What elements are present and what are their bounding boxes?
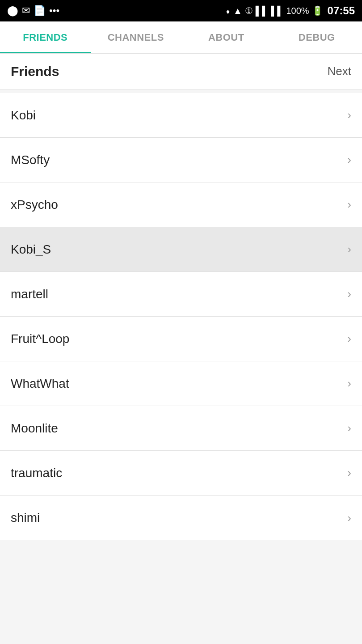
- status-time: 07:55: [328, 4, 355, 17]
- list-item[interactable]: xPsycho ›: [0, 182, 362, 227]
- friend-name: WhatWhat: [11, 377, 69, 391]
- whatsapp-icon: ⬤: [7, 5, 18, 17]
- more-icon: •••: [49, 5, 59, 17]
- chevron-right-icon: ›: [347, 332, 351, 346]
- friend-name: Kobi: [11, 108, 36, 123]
- tab-bar: FRIENDS CHANNELS ABOUT DEBUG: [0, 21, 362, 54]
- list-header: Friends Next: [0, 54, 362, 89]
- gmail-icon: ✉: [22, 5, 30, 17]
- list-item[interactable]: Fruit^Loop ›: [0, 317, 362, 361]
- chevron-right-icon: ›: [347, 108, 351, 122]
- friend-name: Moonlite: [11, 421, 58, 436]
- battery-icon: 🔋: [312, 5, 323, 16]
- list-item[interactable]: shimi ›: [0, 496, 362, 540]
- sim-icon: ①: [245, 5, 253, 16]
- friends-list: Kobi › MSofty › xPsycho › Kobi_S › marte…: [0, 93, 362, 540]
- list-item[interactable]: MSofty ›: [0, 138, 362, 182]
- friend-name: Kobi_S: [11, 242, 51, 257]
- doc-icon: 📄: [34, 5, 46, 17]
- list-item[interactable]: Kobi ›: [0, 93, 362, 138]
- location-icon: ⬧: [225, 6, 231, 16]
- friend-name: shimi: [11, 511, 40, 525]
- page-title: Friends: [11, 64, 59, 79]
- chevron-right-icon: ›: [347, 287, 351, 301]
- tab-channels[interactable]: CHANNELS: [91, 21, 181, 53]
- chevron-right-icon: ›: [347, 242, 351, 256]
- next-button[interactable]: Next: [328, 64, 351, 78]
- friend-name: MSofty: [11, 153, 50, 167]
- signal2-icon: ▌▌: [271, 6, 283, 16]
- tab-debug[interactable]: DEBUG: [272, 21, 362, 53]
- chevron-right-icon: ›: [347, 421, 351, 435]
- chevron-right-icon: ›: [347, 466, 351, 480]
- friend-name: martell: [11, 287, 48, 301]
- battery-label: 100%: [286, 6, 309, 16]
- chevron-right-icon: ›: [347, 511, 351, 525]
- status-bar: ⬤ ✉ 📄 ••• ⬧ ▲ ① ▌▌ ▌▌ 100% 🔋 07:55: [0, 0, 362, 21]
- chevron-right-icon: ›: [347, 153, 351, 167]
- list-item[interactable]: traumatic ›: [0, 451, 362, 496]
- friend-name: Fruit^Loop: [11, 332, 69, 346]
- list-item[interactable]: Kobi_S ›: [0, 227, 362, 272]
- status-bar-right: ⬧ ▲ ① ▌▌ ▌▌ 100% 🔋 07:55: [225, 4, 355, 17]
- tab-friends[interactable]: FRIENDS: [0, 21, 91, 53]
- list-item[interactable]: Moonlite ›: [0, 406, 362, 451]
- signal1-icon: ▌▌: [256, 6, 268, 16]
- status-bar-left: ⬤ ✉ 📄 •••: [7, 5, 59, 17]
- friend-name: xPsycho: [11, 198, 58, 212]
- chevron-right-icon: ›: [347, 198, 351, 212]
- tab-about[interactable]: ABOUT: [181, 21, 272, 53]
- chevron-right-icon: ›: [347, 377, 351, 390]
- list-item[interactable]: WhatWhat ›: [0, 361, 362, 406]
- list-item[interactable]: martell ›: [0, 272, 362, 317]
- wifi-icon: ▲: [233, 6, 242, 16]
- friend-name: traumatic: [11, 466, 62, 480]
